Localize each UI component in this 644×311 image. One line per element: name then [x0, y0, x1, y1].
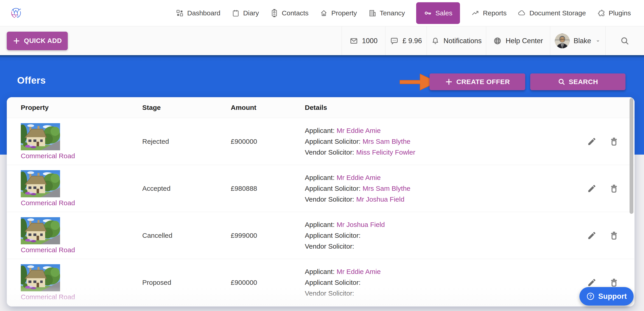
- applicant-link[interactable]: Mr Joshua Field: [337, 221, 385, 228]
- chat-bubble-icon: [390, 37, 398, 45]
- quick-add-button[interactable]: QUICK ADD: [7, 32, 68, 50]
- question-circle-icon: ?: [586, 292, 595, 300]
- nav-item-tenancy[interactable]: Tenancy: [368, 9, 405, 17]
- offers-table-card: Property Stage Amount Details Commerical…: [7, 97, 634, 306]
- diary-icon: [232, 9, 240, 17]
- detail-line: Applicant:Mr Eddie Amie: [305, 173, 571, 182]
- trash-icon: [609, 231, 619, 240]
- offer-amount: £999000: [231, 232, 305, 239]
- contacts-icon: [270, 9, 278, 17]
- pencil-icon: [587, 184, 596, 193]
- property-link[interactable]: Commerical Road: [21, 246, 142, 254]
- property-icon: [320, 9, 328, 17]
- row-actions: [571, 231, 634, 240]
- offer-row: Commerical Road Accepted £980888 Applica…: [7, 165, 634, 212]
- balance-indicator[interactable]: £ 9.96: [385, 27, 426, 55]
- search-icon: [620, 36, 630, 46]
- nav-item-sales[interactable]: Sales: [416, 2, 460, 24]
- global-search-button[interactable]: [606, 27, 644, 55]
- edit-offer-button[interactable]: [587, 278, 596, 287]
- offer-stage: Accepted: [142, 185, 231, 192]
- property-photo[interactable]: [21, 170, 60, 197]
- search-offers-button[interactable]: SEARCH: [530, 74, 626, 90]
- nav-item-property[interactable]: Property: [320, 9, 357, 17]
- applicant-solicitor-link[interactable]: Mrs Sam Blythe: [363, 138, 410, 145]
- offer-stage: Proposed: [142, 279, 231, 286]
- search-icon: [558, 78, 566, 86]
- detail-line: Applicant Solicitor:Mrs Sam Blythe: [305, 184, 571, 193]
- plus-icon: [445, 78, 453, 86]
- applicant-link[interactable]: Mr Eddie Amie: [337, 174, 381, 181]
- toolbar-right-cluster: 1000 £ 9.96 Notifications: [342, 27, 644, 55]
- offer-row: Commerical Road Rejected £900000 Applica…: [7, 118, 634, 165]
- table-header-row: Property Stage Amount Details: [7, 97, 634, 118]
- top-navigation: Dashboard Diary Contacts: [0, 0, 644, 26]
- property-photo[interactable]: [21, 264, 60, 291]
- nav-item-diary[interactable]: Diary: [232, 9, 259, 17]
- property-link[interactable]: Commerical Road: [21, 152, 142, 160]
- offer-details: Applicant:Mr Joshua Field Applicant Soli…: [305, 220, 571, 251]
- offer-stage: Rejected: [142, 138, 231, 145]
- property-link[interactable]: Commerical Road: [21, 293, 142, 301]
- nav-item-reports[interactable]: Reports: [471, 9, 506, 17]
- property-cell: Commerical Road: [21, 217, 142, 254]
- detail-line: Applicant Solicitor:: [305, 278, 571, 287]
- col-header-property: Property: [21, 104, 142, 111]
- col-header-details: Details: [305, 104, 571, 111]
- row-actions: [571, 278, 634, 287]
- vendor-solicitor-link[interactable]: Mr Joshua Field: [356, 195, 404, 203]
- user-avatar: [555, 34, 570, 48]
- support-button[interactable]: ? Support: [580, 287, 634, 305]
- offer-row: Commerical Road Proposed £900000 Applica…: [7, 259, 634, 306]
- nav-item-document-storage[interactable]: Document Storage: [518, 9, 586, 17]
- property-photo[interactable]: [21, 123, 60, 150]
- offer-details: Applicant:Mr Eddie Amie Applicant Solici…: [305, 267, 571, 298]
- edit-offer-button[interactable]: [587, 137, 596, 146]
- trash-icon: [609, 137, 619, 146]
- detail-line: Vendor Solicitor:Mr Joshua Field: [305, 195, 571, 204]
- brand-logo-icon[interactable]: [10, 7, 22, 20]
- applicant-link[interactable]: Mr Eddie Amie: [337, 127, 381, 134]
- page-title: Offers: [17, 75, 46, 86]
- edit-offer-button[interactable]: [587, 184, 596, 193]
- help-center-button[interactable]: Help Center: [486, 27, 550, 55]
- pencil-icon: [587, 231, 596, 240]
- reports-icon: [471, 9, 480, 17]
- offer-amount: £980888: [231, 185, 305, 192]
- detail-line: Applicant:Mr Eddie Amie: [305, 126, 571, 135]
- tenancy-icon: [368, 9, 376, 17]
- applicant-solicitor-link[interactable]: Mrs Sam Blythe: [363, 185, 410, 192]
- offer-stage: Cancelled: [142, 232, 231, 239]
- plugins-icon: [597, 9, 606, 17]
- globe-icon: [493, 37, 502, 45]
- property-cell: Commerical Road: [21, 123, 142, 160]
- nav-item-dashboard[interactable]: Dashboard: [176, 9, 220, 17]
- messages-indicator[interactable]: 1000: [342, 27, 385, 55]
- notifications-button[interactable]: Notifications: [426, 27, 486, 55]
- detail-line: Vendor Solicitor:Miss Felicity Fowler: [305, 148, 571, 157]
- row-actions: [571, 184, 634, 193]
- delete-offer-button[interactable]: [609, 231, 619, 240]
- nav-item-plugins[interactable]: Plugins: [597, 9, 631, 17]
- nav-item-contacts[interactable]: Contacts: [270, 9, 308, 17]
- scrollbar-thumb[interactable]: [630, 98, 634, 214]
- delete-offer-button[interactable]: [609, 278, 619, 287]
- applicant-link[interactable]: Mr Eddie Amie: [337, 268, 381, 275]
- detail-line: Applicant Solicitor:Mrs Sam Blythe: [305, 137, 571, 146]
- offer-amount: £900000: [231, 279, 305, 286]
- property-link[interactable]: Commerical Road: [21, 199, 142, 207]
- detail-line: Applicant:Mr Eddie Amie: [305, 267, 571, 276]
- key-icon: [424, 9, 432, 17]
- pencil-icon: [587, 278, 596, 287]
- delete-offer-button[interactable]: [609, 184, 619, 193]
- user-menu[interactable]: Blake: [550, 27, 606, 55]
- delete-offer-button[interactable]: [609, 137, 619, 146]
- detail-line: Applicant Solicitor:: [305, 231, 571, 240]
- create-offer-button[interactable]: CREATE OFFER: [430, 74, 525, 90]
- property-photo[interactable]: [21, 217, 60, 244]
- dashboard-icon: [176, 9, 184, 17]
- col-header-stage: Stage: [142, 104, 231, 111]
- vendor-solicitor-link[interactable]: Miss Felicity Fowler: [356, 148, 415, 156]
- edit-offer-button[interactable]: [587, 231, 596, 240]
- offer-row: Commerical Road Cancelled £999000 Applic…: [7, 212, 634, 259]
